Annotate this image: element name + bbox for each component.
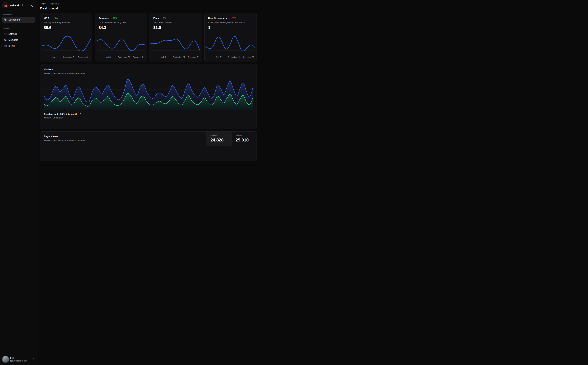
- trend-change: -25%: [231, 17, 236, 19]
- stat-subtitle: Monthly recurring revenue: [44, 21, 89, 24]
- x-tick: December 24: [133, 56, 144, 58]
- makerkit-logo: m: [2, 2, 8, 8]
- sidebar-item-label: Dashboard: [8, 18, 20, 21]
- trend-badge: ↓ -25%: [229, 17, 236, 19]
- x-tick: September 24: [173, 56, 185, 58]
- visitors-footer-text: Trending up by 5.2% this month: [44, 113, 77, 115]
- trend-badge: ↑ 9%: [161, 17, 166, 19]
- x-tick: July 24: [216, 56, 222, 58]
- trend-change: 9%: [163, 17, 166, 19]
- sidebar-item-members[interactable]: Members: [2, 37, 35, 43]
- x-tick: September 24: [63, 56, 75, 58]
- bell-icon: [31, 4, 34, 7]
- section-label-settings: Settings: [3, 27, 34, 29]
- stat-subtitle: Total revenue including fees: [99, 21, 143, 24]
- fees-sparkline-chart: [151, 34, 200, 54]
- stat-card-new-customers: New Customers ↓ -25% Customers who signe…: [204, 13, 257, 62]
- x-tick: December 24: [242, 56, 254, 58]
- stat-value: 25,010: [235, 138, 256, 143]
- visitors-subtitle: Showing total visitors for the last 6 mo…: [44, 72, 253, 75]
- users-icon: [4, 39, 7, 41]
- x-tick: July 24: [52, 56, 58, 58]
- sidebar-item-label: Settings: [8, 33, 17, 35]
- visitors-panel: Visitors Showing total visitors for the …: [40, 64, 257, 129]
- stat-cards-row: MRR ↑ 20% Monthly recurring revenue $9.6…: [40, 13, 257, 62]
- trend-badge: ↑ 20%: [52, 17, 58, 19]
- stat-card-revenue: Revenue ↑ 12% Total revenue including fe…: [95, 13, 147, 62]
- stat-value: $9.6: [44, 25, 89, 30]
- visitors-date-range: January - June 2024: [44, 117, 253, 119]
- chevron-right-icon: [47, 3, 49, 5]
- breadcrumb-home-link[interactable]: Home: [40, 2, 46, 5]
- sidebar-item-settings[interactable]: Settings: [2, 31, 35, 37]
- breadcrumb: Home Makerkit: [40, 2, 257, 5]
- x-tick: September 24: [228, 56, 240, 58]
- notifications-button[interactable]: [30, 3, 35, 7]
- trend-change: 12%: [113, 17, 117, 19]
- visitors-area-chart: [44, 77, 253, 110]
- x-axis-ticks: July 24 September 24 December 24: [150, 56, 202, 58]
- stat-card-mrr: MRR ↑ 20% Monthly recurring revenue $9.6…: [40, 13, 92, 62]
- x-axis-ticks: July 24 September 24 December 24: [205, 56, 257, 58]
- page-views-panel: Page Views Showing total visitors for th…: [40, 131, 257, 161]
- stat-value: $4.3: [99, 25, 143, 30]
- workspace-switcher[interactable]: m Makerkit: [2, 2, 35, 8]
- x-axis-ticks: July 24 September 24 December 24: [40, 56, 92, 58]
- page-title: Dashboard: [40, 6, 257, 10]
- stat-card-fees: Fees ↑ 9% Total fees collected $1.0 July…: [150, 13, 202, 62]
- trend-badge: ↑ 12%: [111, 17, 117, 19]
- x-tick: December 24: [78, 56, 90, 58]
- trend-arrow-icon: ↑: [52, 17, 53, 19]
- stat-label: Mobile: [235, 134, 256, 137]
- stat-title: New Customers: [208, 17, 227, 20]
- trending-up-icon: [79, 113, 81, 115]
- x-tick: December 24: [188, 56, 199, 58]
- stat-title: Fees: [153, 17, 159, 20]
- x-tick: July 24: [161, 56, 167, 58]
- stat-subtitle: Total fees collected: [153, 21, 198, 24]
- page-views-title: Page Views: [44, 135, 203, 138]
- sidebar-item-billing[interactable]: Billing: [2, 43, 35, 49]
- mrr-sparkline-chart: [41, 34, 90, 54]
- x-tick: July 24: [106, 56, 112, 58]
- trend-arrow-icon: ↑: [111, 17, 112, 19]
- page-views-subtitle: Showing total visitors for the last 3 mo…: [44, 139, 203, 142]
- workspace-name: Makerkit: [10, 4, 20, 7]
- stat-value: 24,828: [210, 138, 231, 143]
- sidebar: m Makerkit Application Dashboard Setting…: [0, 0, 37, 161]
- stat-value: $1.0: [153, 25, 198, 30]
- page-views-bar-chart: [43, 157, 254, 161]
- chevrons-up-down-icon: [21, 4, 23, 7]
- section-label-application: Application: [3, 13, 34, 15]
- gear-icon: [4, 33, 7, 35]
- stat-value: 1: [208, 25, 253, 30]
- main-content: Home Makerkit Dashboard MRR ↑ 20% Monthl…: [37, 0, 259, 161]
- layout-grid-icon: [4, 18, 7, 21]
- sidebar-item-label: Members: [8, 39, 18, 41]
- credit-card-icon: [4, 44, 7, 47]
- x-axis-ticks: July 24 September 24 December 24: [95, 56, 147, 58]
- breadcrumb-current: Makerkit: [50, 2, 59, 5]
- toggle-mobile[interactable]: Mobile 25,010: [231, 132, 256, 146]
- new-customers-sparkline-chart: [206, 34, 255, 54]
- visitors-title: Visitors: [44, 68, 253, 71]
- stat-subtitle: Customers who signed up this month: [208, 21, 253, 24]
- toggle-desktop[interactable]: Desktop 24,828: [206, 132, 231, 146]
- trend-change: 20%: [53, 17, 58, 19]
- sidebar-item-dashboard[interactable]: Dashboard: [2, 17, 35, 23]
- stat-title: Revenue: [99, 17, 109, 20]
- stat-label: Desktop: [210, 134, 231, 137]
- stat-title: MRR: [44, 17, 49, 20]
- x-tick: September 24: [118, 56, 130, 58]
- revenue-sparkline-chart: [96, 34, 145, 54]
- logo-letter: m: [4, 4, 7, 7]
- sidebar-item-label: Billing: [8, 44, 14, 47]
- trend-arrow-icon: ↓: [229, 17, 230, 19]
- trend-arrow-icon: ↑: [161, 17, 162, 19]
